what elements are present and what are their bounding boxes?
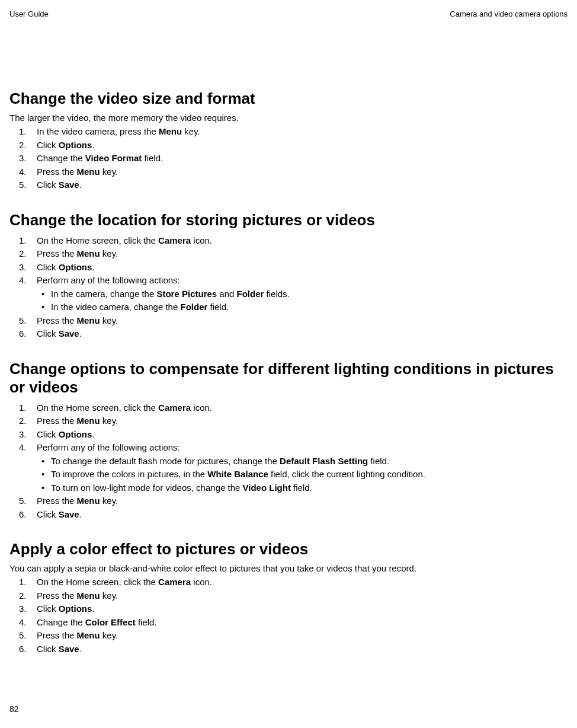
- step-text: In the video camera, press the: [37, 126, 159, 136]
- step-text: icon.: [191, 403, 212, 413]
- substep-bold: Default Flash Setting: [280, 456, 368, 466]
- step-text: Press the: [37, 315, 77, 325]
- step-item: Click Save.: [9, 643, 568, 656]
- step-text: Click: [37, 140, 59, 150]
- substep-text: To turn on low-light mode for videos, ch…: [51, 483, 243, 493]
- substeps-list: In the camera, change the Store Pictures…: [37, 288, 568, 314]
- step-text: .: [79, 180, 82, 190]
- step-item: In the video camera, press the Menu key.: [9, 125, 568, 139]
- step-bold: Camera: [158, 403, 191, 413]
- section-title: Change the location for storing pictures…: [9, 211, 568, 229]
- steps-list: On the Home screen, click the Camera ico…: [9, 234, 568, 341]
- step-text: Click: [37, 509, 59, 519]
- step-text: Press the: [37, 590, 77, 601]
- step-bold: Video Format: [85, 153, 142, 163]
- step-text: Perform any of the following actions:: [37, 442, 180, 452]
- step-item: Change the Color Effect field.: [9, 616, 568, 630]
- step-text: Change the: [37, 617, 85, 627]
- substep-item: To change the default flash mode for pic…: [37, 455, 568, 468]
- step-text: Press the: [37, 416, 77, 426]
- section-intro: You can apply a sepia or black-and-white…: [9, 563, 568, 573]
- substep-text: fields.: [264, 289, 289, 299]
- substep-text: field.: [291, 483, 312, 493]
- step-item: Click Options.: [9, 428, 568, 442]
- substep-item: To improve the colors in pictures, in th…: [37, 468, 568, 481]
- step-bold: Menu: [77, 630, 100, 640]
- step-text: Click: [37, 328, 59, 339]
- substep-text: In the video camera, change the: [51, 302, 180, 312]
- step-item: Click Save.: [9, 508, 568, 522]
- step-bold: Save: [59, 644, 79, 654]
- steps-list: On the Home screen, click the Camera ico…: [9, 576, 568, 656]
- step-text: Click: [37, 604, 59, 614]
- section-storage-location: Change the location for storing pictures…: [9, 211, 568, 341]
- step-text: field.: [142, 153, 163, 163]
- section-video-size-format: Change the video size and format The lar…: [9, 90, 568, 192]
- section-lighting-conditions: Change options to compensate for differe…: [9, 360, 568, 522]
- step-bold: Options: [59, 429, 92, 439]
- step-text: field.: [136, 617, 157, 627]
- substep-text: field, click the current lighting condit…: [268, 469, 425, 479]
- substep-bold: Video Light: [243, 483, 291, 493]
- step-item: On the Home screen, click the Camera ico…: [9, 234, 568, 248]
- substep-item: In the camera, change the Store Pictures…: [37, 288, 568, 301]
- step-item: Press the Menu key.: [9, 494, 568, 508]
- step-text: Press the: [37, 630, 77, 640]
- step-text: key.: [100, 167, 118, 177]
- step-item: Press the Menu key.: [9, 629, 568, 643]
- substep-bold: Folder: [180, 302, 207, 312]
- step-item: Press the Menu key.: [9, 247, 568, 261]
- step-bold: Options: [59, 262, 92, 272]
- substep-text: and: [217, 289, 236, 299]
- step-bold: Menu: [77, 315, 100, 325]
- steps-list: On the Home screen, click the Camera ico…: [9, 401, 568, 522]
- step-item: Click Options.: [9, 261, 568, 274]
- step-item: Click Save.: [9, 178, 568, 192]
- step-text: Press the: [37, 167, 77, 177]
- step-item: Click Save.: [9, 327, 568, 341]
- step-text: Perform any of the following actions:: [37, 275, 180, 285]
- step-text: key.: [100, 315, 118, 325]
- step-text: icon.: [191, 235, 212, 245]
- step-bold: Menu: [77, 248, 100, 258]
- step-bold: Color Effect: [85, 617, 136, 627]
- step-bold: Menu: [77, 167, 100, 177]
- step-text: .: [92, 262, 94, 272]
- step-bold: Save: [59, 328, 79, 339]
- substep-bold: Folder: [237, 289, 264, 299]
- step-text: .: [79, 644, 82, 654]
- substep-text: field.: [368, 456, 389, 466]
- step-text: On the Home screen, click the: [37, 235, 158, 245]
- step-item: Press the Menu key.: [9, 589, 568, 603]
- step-item: Press the Menu key.: [9, 314, 568, 328]
- step-text: key.: [100, 590, 118, 601]
- step-text: Click: [37, 180, 59, 190]
- page-number: 82: [9, 704, 19, 714]
- substep-text: In the camera, change the: [51, 289, 156, 299]
- section-title: Apply a color effect to pictures or vide…: [9, 540, 568, 558]
- step-text: key.: [100, 248, 118, 258]
- substep-bold: Store Pictures: [156, 289, 217, 299]
- substep-item: In the video camera, change the Folder f…: [37, 301, 568, 314]
- step-text: .: [79, 509, 82, 519]
- section-title: Change the video size and format: [9, 90, 568, 108]
- substep-bold: White Balance: [207, 469, 268, 479]
- step-item: On the Home screen, click the Camera ico…: [9, 576, 568, 589]
- steps-list: In the video camera, press the Menu key.…: [9, 125, 568, 192]
- step-item: Perform any of the following actions: In…: [9, 274, 568, 314]
- step-text: On the Home screen, click the: [37, 403, 158, 413]
- section-title: Change options to compensate for differe…: [9, 360, 568, 397]
- section-intro: The larger the video, the more memory th…: [9, 113, 568, 123]
- step-bold: Menu: [77, 496, 100, 506]
- step-bold: Menu: [159, 126, 182, 136]
- step-bold: Camera: [158, 577, 191, 587]
- step-bold: Options: [59, 604, 92, 614]
- substep-item: To turn on low-light mode for videos, ch…: [37, 481, 568, 495]
- substep-text: To improve the colors in pictures, in th…: [51, 469, 207, 479]
- step-bold: Menu: [77, 416, 100, 426]
- step-text: On the Home screen, click the: [37, 577, 158, 587]
- step-bold: Options: [59, 140, 92, 150]
- step-bold: Save: [59, 180, 79, 190]
- step-text: .: [92, 140, 94, 150]
- step-bold: Menu: [77, 590, 100, 601]
